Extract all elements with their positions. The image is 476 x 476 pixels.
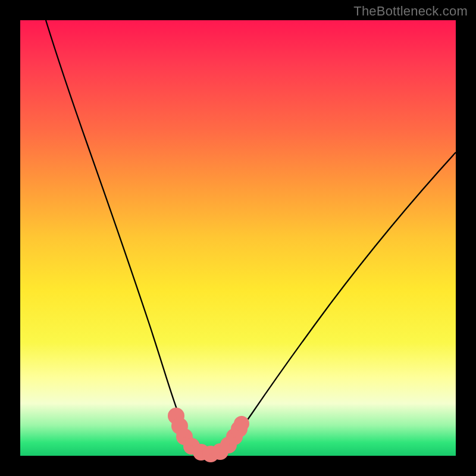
chart-frame: TheBottleneck.com bbox=[0, 0, 476, 476]
svg-point-10 bbox=[237, 419, 246, 428]
plot-area bbox=[20, 20, 456, 456]
watermark-text: TheBottleneck.com bbox=[353, 4, 468, 19]
highlight-markers bbox=[171, 411, 246, 459]
curve-layer bbox=[20, 20, 456, 456]
bottleneck-curve bbox=[46, 20, 456, 455]
